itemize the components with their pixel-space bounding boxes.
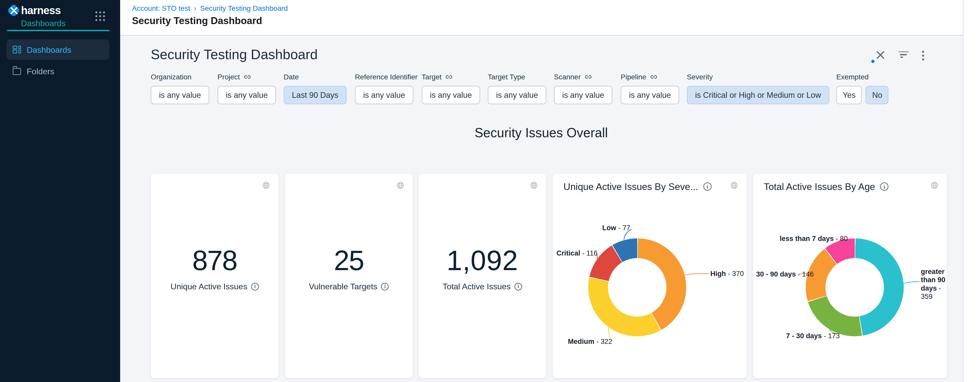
age-donut-chart[interactable] — [806, 238, 904, 336]
filter-label: Project — [218, 73, 240, 81]
filter-label: Pipeline — [620, 73, 646, 81]
info-icon[interactable]: i — [251, 283, 259, 290]
sidebar-item-folders[interactable]: Folders — [6, 61, 109, 81]
stat-card-vulnerable-targets: 25 Vulnerable Targetsi — [285, 174, 413, 378]
donut-label-low: Low - 77 — [602, 224, 630, 231]
globe-icon — [530, 181, 538, 189]
breadcrumb-account-link[interactable]: Account: STO test — [132, 4, 190, 12]
donut-label-less-than-7: less than 7 days - 80 — [780, 235, 848, 242]
dashboard-content: Security Testing Dashboard Organization … — [120, 35, 963, 382]
info-icon[interactable]: i — [880, 182, 888, 191]
filter-chip[interactable]: is any value — [355, 86, 413, 104]
product-name: Dashboards — [21, 18, 65, 28]
filter-reference-identifier: Reference Identifier is any value — [355, 73, 417, 104]
top-header: Account: STO test › Security Testing Das… — [120, 0, 980, 35]
stat-card-total-active-issues: 1,092 Total Active Issuesi — [418, 174, 546, 378]
filter-chip[interactable]: is any value — [554, 86, 612, 104]
globe-icon — [262, 181, 270, 189]
chart-card-issues-by-severity: Unique Active Issues By Seve...i Low - 7… — [553, 174, 747, 378]
link-icon — [584, 73, 592, 81]
stat-value: 25 — [285, 245, 413, 276]
sidebar: harness Dashboards Dashboards Folders — [0, 0, 120, 382]
filter-target-type: Target Type is any value — [488, 73, 546, 104]
donut-label-greater-90: greater than 90 days - 359 — [921, 268, 950, 301]
stat-value: 1,092 — [418, 245, 546, 276]
filter-label: Scanner — [554, 73, 581, 81]
app-window: harness Dashboards Dashboards Folders Ac… — [0, 0, 980, 382]
filter-chip[interactable]: is any value — [422, 86, 480, 104]
filter-chip[interactable]: Last 90 Days — [283, 86, 347, 104]
filter-exempted: Exempted Yes No — [836, 73, 889, 104]
link-icon — [243, 73, 251, 81]
filter-chip[interactable]: is any value — [620, 86, 679, 104]
dashboard-title: Security Testing Dashboard — [151, 47, 318, 62]
filter-chip-no[interactable]: No — [866, 86, 889, 104]
more-options-icon[interactable] — [922, 51, 924, 61]
info-icon[interactable]: i — [381, 283, 389, 290]
globe-icon — [396, 181, 404, 189]
sidebar-item-label: Dashboards — [27, 45, 71, 54]
filter-scanner: Scanner is any value — [554, 73, 612, 104]
donut-label-30-90: 30 - 90 days - 146 — [756, 270, 814, 278]
globe-icon — [730, 181, 738, 189]
link-icon — [445, 73, 453, 81]
filter-chip[interactable]: is any value — [218, 86, 276, 104]
filter-chip-yes[interactable]: Yes — [836, 86, 862, 104]
harness-logo-icon — [8, 4, 21, 17]
folder-icon — [13, 68, 21, 74]
module-switcher-icon[interactable] — [95, 11, 105, 21]
donut-label-critical: Critical - 116 — [556, 249, 597, 257]
filter-label: Target Type — [488, 73, 525, 81]
dashboards-icon — [13, 46, 21, 54]
info-icon[interactable]: i — [515, 283, 522, 290]
chart-card-issues-by-age: Total Active Issues By Agei less than 7 … — [753, 174, 947, 378]
section-title: Security Issues Overall — [120, 125, 963, 140]
filter-label: Exempted — [836, 73, 869, 81]
donut-label-medium: Medium - 322 — [568, 338, 612, 345]
sidebar-item-label: Folders — [27, 66, 54, 76]
filter-target: Target is any value — [422, 73, 480, 104]
breadcrumb-page-link[interactable]: Security Testing Dashboard — [200, 4, 288, 12]
filter-label: Organization — [151, 73, 191, 81]
donut-label-high: High - 370 — [710, 269, 744, 277]
close-icon[interactable] — [876, 51, 884, 59]
link-icon — [650, 73, 658, 81]
filter-label: Date — [283, 73, 299, 81]
filter-chip[interactable]: is any value — [151, 86, 209, 104]
filter-organization: Organization is any value — [151, 73, 209, 104]
stat-card-unique-active-issues: 878 Unique Active Issuesi — [151, 174, 278, 378]
filter-icon[interactable] — [898, 51, 908, 59]
cursor-dot — [870, 59, 874, 63]
scrollbar-track[interactable] — [963, 0, 980, 382]
page-title: Security Testing Dashboard — [132, 15, 262, 27]
donut-label-7-30: 7 - 30 days - 173 — [786, 332, 840, 339]
filter-label: Reference Identifier — [355, 73, 417, 81]
breadcrumb-separator: › — [194, 4, 196, 12]
stat-label: Vulnerable Targets — [309, 282, 377, 291]
filter-severity: Severity is Critical or High or Medium o… — [687, 73, 829, 104]
sidebar-accent-divider — [7, 29, 109, 31]
info-icon[interactable]: i — [703, 182, 711, 191]
filter-date: Date Last 90 Days — [283, 73, 347, 104]
stat-value: 878 — [151, 245, 278, 276]
stat-label: Total Active Issues — [442, 282, 511, 291]
filter-label: Severity — [687, 73, 713, 81]
chart-title: Total Active Issues By Age — [764, 181, 875, 192]
filter-pipeline: Pipeline is any value — [620, 73, 679, 104]
filter-label: Target — [422, 73, 442, 81]
brand-name: harness — [21, 4, 61, 17]
filter-project: Project is any value — [218, 73, 276, 104]
severity-donut-chart[interactable] — [589, 238, 686, 336]
chart-title: Unique Active Issues By Seve... — [563, 181, 698, 192]
globe-icon — [930, 181, 939, 189]
stat-label: Unique Active Issues — [170, 282, 247, 291]
sidebar-item-dashboards[interactable]: Dashboards — [6, 40, 109, 60]
filter-chip[interactable]: is Critical or High or Medium or Low — [687, 86, 829, 104]
breadcrumb: Account: STO test › Security Testing Das… — [132, 4, 288, 12]
filter-chip[interactable]: is any value — [488, 86, 546, 104]
